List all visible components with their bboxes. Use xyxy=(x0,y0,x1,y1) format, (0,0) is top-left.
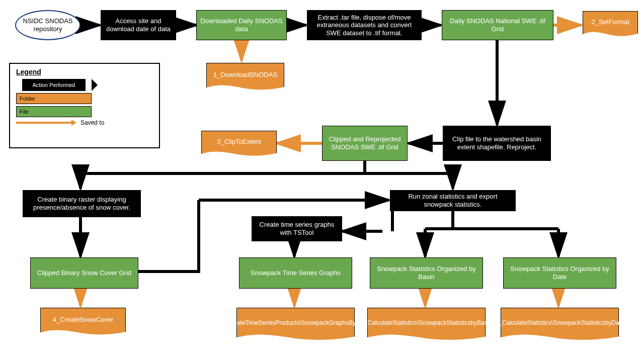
action-tstool: Create time series graphs with TSTool xyxy=(252,216,342,241)
folder-6: 6_CreateTimeSeriesProducts\SnowpackGraph… xyxy=(236,308,355,344)
legend-folder: Folder xyxy=(16,93,92,104)
file-dailygrid: Daily SNODAS National SWE .tif Grid xyxy=(442,10,553,40)
file-binarygrid: Clipped Binary Snow Cover Grid xyxy=(30,257,138,289)
folder-3: 3_ClipToExtent xyxy=(201,131,277,159)
folder-2: 2_SetFormat xyxy=(583,11,638,39)
action-binary: Create binary raster displaying presence… xyxy=(23,190,141,217)
action-access: Access site and download date of data xyxy=(101,10,176,40)
folder-5: 5_CalculateStatistics\SnowpackStatistics… xyxy=(367,308,486,344)
file-bybasin: Snowpack Statistics Organized by Basin xyxy=(370,257,483,289)
file-bydate: Snowpack Statistics Organized by Date xyxy=(503,257,616,289)
action-extract: Extract .tar file, dispose of/move extra… xyxy=(307,10,422,40)
file-clipped: Clipped and Reprojected SNODAS SWE .tif … xyxy=(322,126,408,161)
legend-saveto-arrow xyxy=(16,120,76,126)
file-tsgraphs: Snowpack Time Series Graphs xyxy=(239,257,352,289)
folder-1: 1_DownloadSNODAS xyxy=(206,63,284,93)
file-downloaded: Downloaded Daily SNODAS data xyxy=(196,10,287,40)
legend-title: Legend xyxy=(16,68,153,76)
legend: Legend Action Performed Folder File Save… xyxy=(9,63,160,148)
legend-file: File xyxy=(16,106,92,117)
start-node: NSIDC SNODAS repository xyxy=(15,10,80,40)
legend-action-arrow: Action Performed xyxy=(16,79,92,91)
folder-5b: 5_CalculateStatistics\SnowpackStatistics… xyxy=(501,308,619,344)
action-clip: Clip file to the watershed basin extent … xyxy=(443,126,551,161)
action-zonal: Run zonal statistics and export snowpack… xyxy=(390,190,516,211)
folder-4: 4_CreateSnowCover xyxy=(40,308,126,338)
